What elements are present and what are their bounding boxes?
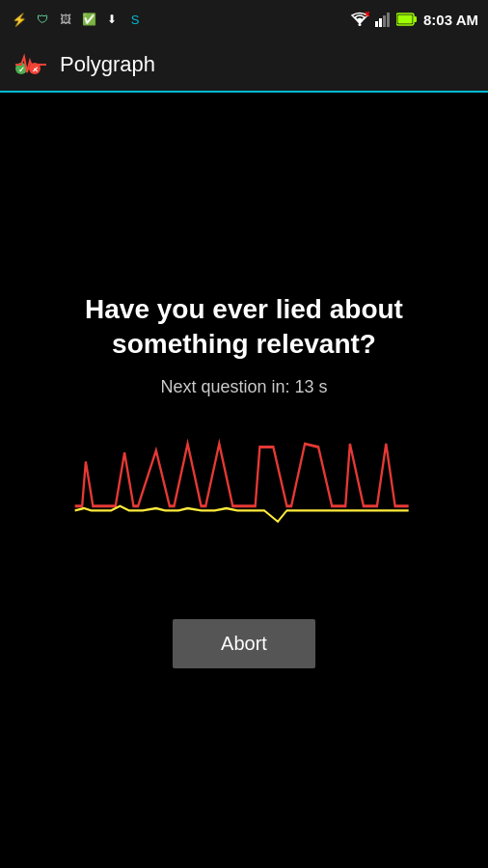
check-icon: ✅ — [79, 10, 98, 29]
countdown-prefix: Next question in: — [160, 377, 294, 396]
countdown-text: Next question in: 13 s — [160, 377, 327, 397]
battery-icon — [396, 13, 418, 26]
download-icon: ⬇ — [102, 10, 122, 29]
svg-rect-4 — [379, 18, 382, 27]
shield-icon: 🛡 — [33, 10, 52, 29]
red-waveform — [75, 444, 409, 506]
yellow-waveform — [75, 506, 409, 522]
app-title: Polygraph — [60, 52, 155, 77]
status-bar: ⚡ 🛡 🖼 ✅ ⬇ S 8:03 AM — [0, 0, 488, 39]
usb-icon: ⚡ — [10, 10, 29, 29]
title-bar: ✓ ✕ Polygraph — [0, 39, 488, 93]
svg-rect-9 — [398, 15, 413, 24]
svg-rect-6 — [387, 13, 390, 27]
signal-icon — [375, 12, 391, 27]
svg-rect-3 — [375, 21, 378, 27]
main-content: Have you ever lied about something relev… — [0, 93, 488, 868]
svg-rect-5 — [383, 15, 386, 27]
abort-button[interactable]: Abort — [173, 619, 315, 668]
question-text: Have you ever lied about something relev… — [19, 292, 469, 363]
status-icons-left: ⚡ 🛡 🖼 ✅ ⬇ S — [10, 10, 145, 29]
status-icons-right: 8:03 AM — [350, 12, 478, 28]
status-time: 8:03 AM — [423, 12, 478, 28]
svg-text:✓: ✓ — [18, 66, 25, 74]
svg-point-0 — [359, 23, 362, 26]
svg-rect-8 — [414, 16, 417, 22]
countdown-value: 13 s — [295, 377, 328, 396]
image-icon: 🖼 — [56, 10, 75, 29]
wifi-icon — [350, 12, 369, 27]
chart-container — [70, 436, 418, 581]
app-icon: ✓ ✕ — [14, 47, 48, 82]
skype-icon: S — [125, 10, 145, 29]
waveform-chart — [70, 436, 418, 581]
